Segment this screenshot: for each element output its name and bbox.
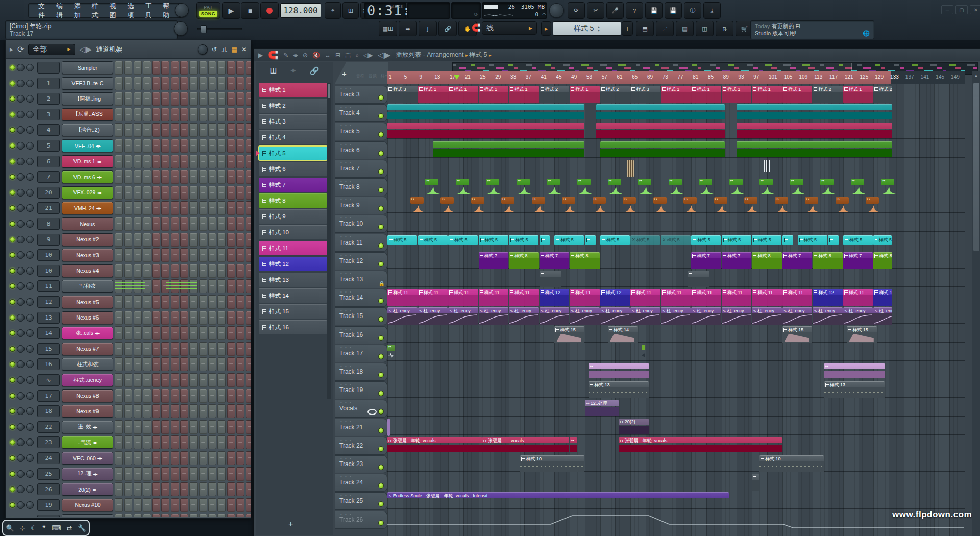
volume-knob[interactable] [26,423,34,431]
channel-led[interactable] [10,81,15,86]
menu-item-选项[interactable]: 选项 [124,0,139,21]
step-button[interactable] [143,420,151,434]
track-led[interactable] [378,298,384,304]
pattern-item-13[interactable]: 样式 13 [259,273,327,287]
step-button[interactable] [189,357,198,371]
master-pitch-knob[interactable] [174,21,188,36]
pattern-clip[interactable]: 样式 2 [873,86,892,103]
audio-hit-clip[interactable]: ↦ [760,178,774,196]
channel-number-box[interactable]: 3 [37,109,60,120]
audio-clip[interactable] [596,123,725,140]
step-button[interactable] [189,61,198,75]
playlist-magnet-icon[interactable]: 🧲 [268,50,278,60]
pattern-clip[interactable]: 样式 11 [630,289,660,306]
step-button[interactable] [124,201,132,215]
channel-number-box[interactable]: 16 [37,358,60,370]
step-button[interactable] [171,139,179,153]
step-button[interactable] [180,311,188,325]
channel-button[interactable]: Nexus #9 [62,405,113,418]
step-button[interactable] [115,467,123,481]
channel-led[interactable] [10,408,15,414]
step-button[interactable] [189,92,198,106]
step-button[interactable] [171,420,179,434]
track-options-dots[interactable]: • • • [340,327,352,331]
step-button[interactable] [199,61,207,75]
step-button[interactable] [134,217,142,231]
step-button[interactable] [134,123,142,137]
volume-knob[interactable] [26,392,34,400]
step-button[interactable] [171,482,179,496]
pattern-item-11[interactable]: 样式 11 [259,241,327,255]
step-button[interactable] [115,482,123,496]
playlist-grid[interactable]: 样式 3样式 1样式 1样式 1样式 1样式 2样式 1样式 2样式 3样式 1… [387,84,965,536]
step-button[interactable] [152,139,160,153]
step-button[interactable] [180,201,188,215]
step-button[interactable] [152,482,160,496]
step-button[interactable] [124,498,132,512]
volume-knob[interactable] [26,485,34,493]
pan-knob[interactable] [17,267,24,275]
audio-clip[interactable]: ↦ 张碧晨 -..._vocals [482,437,569,454]
channel-number-box[interactable]: 20 [37,187,60,199]
playlist-track-row[interactable] [387,511,965,529]
audio-hit-clip[interactable]: ↦ [790,178,805,196]
step-button[interactable] [246,139,251,153]
pattern-clip-thin[interactable] [585,235,596,245]
step-button[interactable] [115,201,123,215]
step-button[interactable] [115,342,123,356]
step-button[interactable] [199,186,207,200]
volume-knob[interactable] [26,470,34,478]
pattern-clip[interactable] [540,271,562,288]
pattern-clip[interactable]: 样式 7 [843,252,873,270]
channel-number-box[interactable]: 19 [37,499,60,511]
step-button[interactable] [189,311,198,325]
pattern-clip[interactable]: 样式 1 [782,86,813,103]
pattern-clip[interactable]: 样式 1 [570,86,600,103]
channel-led[interactable] [10,283,15,289]
step-button[interactable] [180,217,188,231]
step-button[interactable] [152,217,160,231]
playlist-track-row[interactable]: ↦ 12..处理 [387,400,965,418]
top-right-icon-button[interactable]: 💾 [645,2,663,19]
step-button[interactable] [199,389,207,403]
step-button[interactable] [217,514,226,517]
pattern-item-7[interactable]: 样式 7 [259,178,327,192]
audio-hit-clip[interactable]: ↦ [562,197,577,214]
pattern-clip[interactable]: 样式 1 [479,86,509,103]
pattern-clip-thin[interactable]: X 样式 5 [661,235,691,245]
add-track-button[interactable]: + [342,69,347,78]
step-button[interactable] [199,248,207,262]
pan-knob[interactable] [17,189,24,197]
step-button[interactable] [199,217,207,231]
channel-led[interactable] [10,205,15,211]
playlist-track-row[interactable]: ↦ 张碧晨 - 年轮_vocals↦ 张碧晨 -..._vocals↦ ↦ 张碧… [387,437,965,455]
step-button[interactable] [227,482,235,496]
automation-clip[interactable]: ∿柱..ency [479,307,509,325]
step-button[interactable] [217,326,226,340]
step-button[interactable] [246,295,251,309]
step-button[interactable] [227,186,235,200]
pattern-clip[interactable]: 样式 2 [540,86,570,103]
track-header-track-5[interactable]: • • •Track 5 [335,123,387,140]
step-button[interactable] [143,467,151,481]
edit-tool-button[interactable]: ➡ [399,21,417,36]
step-button[interactable] [152,170,160,184]
pattern-clip[interactable] [688,271,710,288]
volume-knob[interactable] [26,376,34,384]
pattern-clip-thin[interactable]: 样式 5 [479,235,508,245]
channel-number-box[interactable]: 8 [37,218,60,230]
step-button[interactable] [236,435,244,449]
menu-item-添加[interactable]: 添加 [70,0,86,21]
automation-clip[interactable]: ∿柱..ency [600,307,630,325]
step-button[interactable] [143,326,151,340]
step-button[interactable] [217,201,226,215]
step-button[interactable] [246,92,251,106]
pan-knob[interactable] [17,204,24,212]
track-options-dots[interactable]: • • • [340,271,352,276]
step-button[interactable] [124,155,132,168]
pattern-clip-thin[interactable]: 样式 5 [843,235,873,245]
track-options-dots[interactable]: • • • [340,493,352,497]
channel-led[interactable] [10,237,15,242]
channel-number-box[interactable]: ∿ [37,374,60,386]
step-button[interactable] [227,170,235,184]
